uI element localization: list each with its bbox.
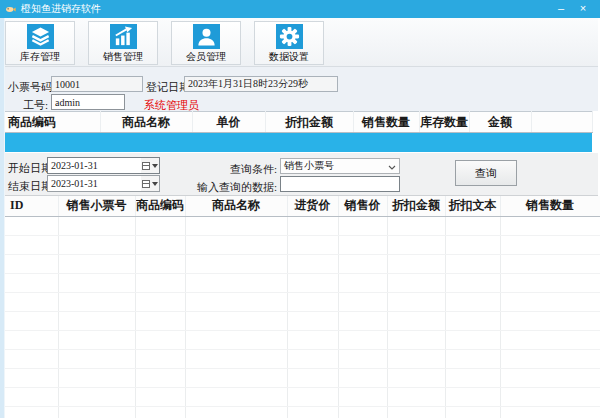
table-cell: [5, 273, 58, 292]
table-cell: [387, 330, 445, 349]
ticket-number-input[interactable]: [51, 76, 143, 92]
column-header[interactable]: 商品名称: [185, 196, 287, 216]
query-button[interactable]: 查询: [455, 160, 517, 186]
table-row: [5, 330, 600, 349]
table-row: [5, 406, 600, 418]
table-cell: [445, 254, 500, 273]
close-button[interactable]: ×: [572, 0, 594, 18]
table-cell: [185, 216, 287, 235]
table-cell: [287, 254, 338, 273]
column-header[interactable]: 销售数量: [353, 112, 419, 133]
cart-selected-empty-row[interactable]: [5, 133, 592, 152]
table-cell: [135, 368, 185, 387]
table-cell: [58, 254, 135, 273]
toolbar-button-label: 会员管理: [186, 50, 226, 64]
column-header[interactable]: 库存数量: [419, 112, 469, 133]
table-cell: [445, 406, 500, 418]
column-header[interactable]: 商品名称: [100, 112, 192, 133]
toolbar: 库存管理 销售管理 会员管理: [5, 18, 598, 67]
titlebar: 橙知鱼进销存软件 – ×: [0, 0, 600, 18]
table-cell: [500, 216, 600, 235]
window-controls: – ×: [550, 0, 594, 18]
column-header[interactable]: 单价: [192, 112, 265, 133]
table-cell: [445, 235, 500, 254]
table-cell: [135, 292, 185, 311]
column-header[interactable]: 商品编码: [5, 112, 100, 133]
table-cell: [500, 254, 600, 273]
receipt-form: 小票号码: 登记日期: 工号: 系统管理员: [5, 67, 598, 111]
table-cell: [338, 406, 387, 418]
table-cell: [287, 311, 338, 330]
table-cell: [185, 349, 287, 368]
table-cell: [500, 235, 600, 254]
calendar-dropdown-icon[interactable]: [141, 158, 159, 173]
column-header[interactable]: 金额: [469, 112, 531, 133]
table-cell: [445, 292, 500, 311]
bar-chart-icon: [110, 24, 137, 49]
table-cell: [58, 292, 135, 311]
table-cell: [5, 292, 58, 311]
table-cell: [185, 235, 287, 254]
table-cell: [58, 330, 135, 349]
table-cell: [387, 235, 445, 254]
query-condition-select[interactable]: 销售小票号: [280, 158, 400, 174]
column-header[interactable]: 进货价: [287, 196, 338, 216]
table-cell: [185, 311, 287, 330]
table-cell: [338, 273, 387, 292]
table-cell: [287, 387, 338, 406]
table-cell: [135, 406, 185, 418]
table-cell: [287, 273, 338, 292]
table-cell: [185, 406, 287, 418]
column-header[interactable]: 销售价: [338, 196, 387, 216]
column-header[interactable]: 折扣金额: [387, 196, 445, 216]
table-cell: [5, 311, 58, 330]
employee-id-input[interactable]: [51, 94, 125, 110]
table-cell: [387, 349, 445, 368]
table-row: [5, 254, 600, 273]
table-cell: [287, 235, 338, 254]
gear-icon: [276, 24, 303, 49]
table-cell: [58, 235, 135, 254]
table-cell: [185, 368, 287, 387]
column-header[interactable]: 销售数量: [500, 196, 600, 216]
table-cell: [185, 273, 287, 292]
table-cell: [387, 254, 445, 273]
table-cell: [287, 406, 338, 418]
table-cell: [185, 292, 287, 311]
member-management-button[interactable]: 会员管理: [171, 21, 241, 65]
column-header-spacer: [531, 112, 592, 133]
result-table: ID 销售小票号 商品编码 商品名称 进货价 销售价 折扣金额 折扣文本 销售数…: [5, 196, 600, 418]
column-header[interactable]: 商品编码: [135, 196, 185, 216]
table-cell: [135, 349, 185, 368]
app-window: 橙知鱼进销存软件 – × 库存管理: [0, 0, 600, 418]
layers-icon: [27, 24, 54, 49]
chevron-down-icon: [388, 161, 396, 172]
end-date-picker[interactable]: 2023-01-31: [47, 175, 160, 192]
column-header[interactable]: 销售小票号: [58, 196, 135, 216]
table-cell: [445, 330, 500, 349]
query-data-input[interactable]: [280, 176, 400, 192]
register-date-input[interactable]: [184, 76, 338, 92]
result-table-header-row: ID 销售小票号 商品编码 商品名称 进货价 销售价 折扣金额 折扣文本 销售数…: [5, 196, 600, 216]
table-cell: [338, 330, 387, 349]
start-date-value: 2023-01-31: [51, 160, 98, 171]
column-header[interactable]: 折扣金额: [265, 112, 353, 133]
table-cell: [185, 330, 287, 349]
sales-management-button[interactable]: 销售管理: [88, 21, 158, 65]
table-cell: [387, 273, 445, 292]
data-settings-button[interactable]: 数据设置: [254, 21, 324, 65]
table-cell: [185, 387, 287, 406]
table-cell: [287, 349, 338, 368]
table-cell: [338, 349, 387, 368]
start-date-picker[interactable]: 2023-01-31: [47, 157, 160, 174]
table-cell: [387, 368, 445, 387]
minimize-button[interactable]: –: [550, 0, 572, 18]
table-cell: [500, 387, 600, 406]
toolbar-button-label: 库存管理: [20, 50, 60, 64]
column-header[interactable]: ID: [5, 196, 58, 216]
toolbar-button-label: 销售管理: [103, 50, 143, 64]
query-panel: 开始日期: 2023-01-31 结束日期: 2023-01-31 查询条件: …: [5, 152, 598, 196]
column-header[interactable]: 折扣文本: [445, 196, 500, 216]
calendar-dropdown-icon[interactable]: [141, 176, 159, 191]
inventory-management-button[interactable]: 库存管理: [5, 21, 75, 65]
